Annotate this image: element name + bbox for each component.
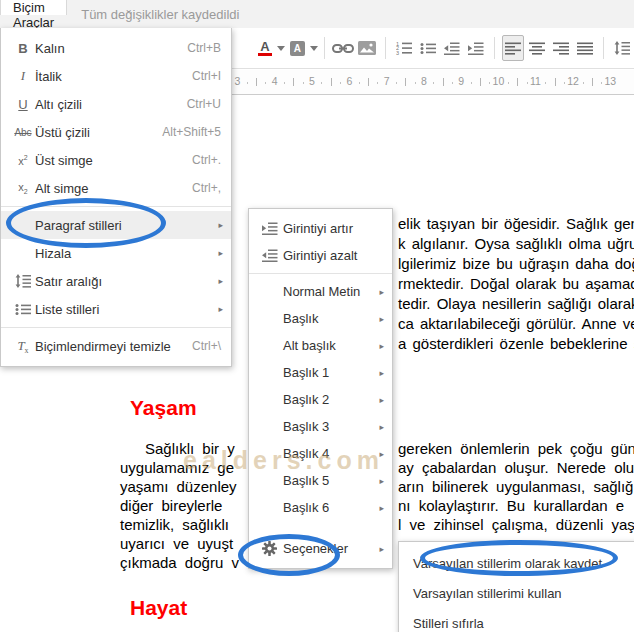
- ruler-tick: [555, 78, 556, 86]
- document-text-line: gereken önlemlerin pek çoğu gün: [398, 440, 634, 457]
- menu-item-shortcut: Ctrl+.: [192, 153, 221, 167]
- document-text-line: arın bilinerek uygulanması, sağlığı: [398, 478, 634, 495]
- menu-item-sat-r-aral[interactable]: Satır aralığı▸: [1, 267, 231, 295]
- ruler-tick: [564, 82, 565, 84]
- svg-text:3: 3: [396, 50, 399, 55]
- ruler-tick: [284, 82, 285, 84]
- menu-item-ba-l-k-3[interactable]: Başlık 3▸: [249, 413, 392, 440]
- menu-item-label: Başlık 5: [283, 473, 379, 488]
- menubar-item-bi-im[interactable]: Biçim: [0, 0, 67, 15]
- toolbar-separator: [603, 37, 604, 59]
- menu-item-shortcut: Ctrl+U: [187, 97, 221, 111]
- italic-icon: I: [11, 68, 35, 84]
- indent-increase-icon: [255, 222, 283, 235]
- highlight-color-icon[interactable]: A: [286, 35, 308, 61]
- document-text-line: elik taşıyan bir öğesidir. Sağlık gene: [398, 215, 634, 232]
- menu-item-label: Satır aralığı: [35, 274, 218, 289]
- submenu-arrow-icon: ▸: [379, 476, 384, 486]
- ruler-tick: [405, 78, 406, 86]
- menu-item-alt-simge[interactable]: x2Alt simgeCtrl+,: [1, 174, 231, 202]
- link-icon[interactable]: [332, 35, 354, 61]
- subscript-icon: x2: [11, 181, 35, 195]
- menu-item-shortcut: Alt+Shift+5: [162, 125, 221, 139]
- ruler-tick: [359, 82, 360, 84]
- menu-item-ba-l-k-1[interactable]: Başlık 1▸: [249, 359, 392, 386]
- ruler-tick: [545, 82, 546, 84]
- numbered-list-icon[interactable]: 123: [393, 35, 415, 61]
- menu-separator: [1, 327, 231, 328]
- ruler-number: 10: [493, 75, 505, 87]
- align-left-icon[interactable]: [502, 35, 524, 61]
- dropdown-arrow-icon[interactable]: [277, 46, 285, 51]
- text-color-icon[interactable]: A: [254, 35, 276, 61]
- indent-increase-icon[interactable]: [465, 35, 487, 61]
- menu-item-label: Girintiyi artır: [283, 221, 392, 236]
- menu-item-bi-imlendirmeyi-temizle[interactable]: TxBiçimlendirmeyi temizleCtrl+\: [1, 332, 231, 360]
- menu-item-st-simge[interactable]: x2Üst simgeCtrl+.: [1, 146, 231, 174]
- menu-item-alt-ba-l-k[interactable]: Alt başlık▸: [249, 332, 392, 359]
- menu-item-kal-n[interactable]: BKalınCtrl+B: [1, 34, 231, 62]
- document-text-line: yaşamı düzenley: [120, 478, 237, 495]
- document-text-line: a gösterdikleri özenle bebeklerine s: [398, 335, 634, 352]
- list-styles-icon: [11, 303, 35, 316]
- document-text-line: temizlik, sağlıklı: [120, 516, 229, 533]
- menu-separator: [249, 273, 392, 274]
- menu-item-label: Başlık 6: [283, 500, 379, 515]
- ruler-number: 6: [346, 75, 352, 87]
- menu-item-shortcut: Ctrl+B: [187, 41, 221, 55]
- annotation-ellipse-options: [238, 534, 340, 576]
- align-center-icon[interactable]: [526, 35, 548, 61]
- superscript-icon: x2: [11, 154, 35, 167]
- menu-item-alt-izili[interactable]: UAltı çiziliCtrl+U: [1, 90, 231, 118]
- ruler-tick: [256, 78, 257, 86]
- toolbar-separator: [494, 37, 495, 59]
- menu-gap: [249, 521, 392, 535]
- document-text-line: çıkmada doğru v: [120, 554, 239, 571]
- menu-item-st-izili[interactable]: AbcÜstü çiziliAlt+Shift+5: [1, 118, 231, 146]
- document-text-line: tedir. Olaya nesillerin sağlığı olarak: [398, 295, 634, 312]
- ruler-number: 4: [272, 75, 278, 87]
- bullet-list-icon[interactable]: [417, 35, 439, 61]
- menu-item-label: Varsayılan stillerimi kullan: [413, 586, 634, 601]
- menu-item-liste-stilleri[interactable]: Liste stilleri▸: [1, 295, 231, 323]
- menu-item-label: Başlık 1: [283, 365, 379, 380]
- menu-item-normal-metin[interactable]: Normal Metin▸: [249, 278, 392, 305]
- align-right-icon[interactable]: [550, 35, 572, 61]
- google-docs-window: elik taşıyan bir öğesidir. Sağlık genek …: [0, 0, 634, 632]
- toolbar-separator: [385, 37, 386, 59]
- document-text-line: diğer bireylerle: [120, 497, 222, 514]
- menu-item-ba-l-k-2[interactable]: Başlık 2▸: [249, 386, 392, 413]
- document-text-line: lgilerimiz bize bu uğraşın daha doğ: [398, 255, 634, 272]
- underline-icon: U: [11, 97, 35, 112]
- ruler-tick: [517, 78, 518, 86]
- ruler-tick: [583, 82, 584, 84]
- justify-icon[interactable]: [574, 35, 596, 61]
- line-spacing-toolbar-icon[interactable]: [611, 35, 633, 61]
- document-text-line: uyarıcı ve uyuşt: [120, 535, 233, 552]
- menu-item-varsay-lan-stillerimi-kullan[interactable]: Varsayılan stillerimi kullan: [399, 578, 634, 608]
- menu-item-label: Başlık 3: [283, 419, 379, 434]
- ruler-tick: [508, 82, 509, 84]
- indent-decrease-icon: [255, 249, 283, 262]
- ruler-tick: [368, 78, 369, 86]
- indent-decrease-icon[interactable]: [441, 35, 463, 61]
- menu-item-stilleri-s-f-rla[interactable]: Stilleri sıfırla: [399, 608, 634, 632]
- menubar: BiçimAraçlarTabloYardım Tüm değişiklikle…: [0, 0, 634, 28]
- menu-item-girintiyi-azalt[interactable]: Girintiyi azalt: [249, 242, 392, 269]
- ruler-tick: [443, 78, 444, 86]
- ruler-number: 13: [605, 75, 617, 87]
- menu-item-label: Girintiyi azalt: [283, 248, 392, 263]
- menu-item-i-talik[interactable]: IİtalikCtrl+I: [1, 62, 231, 90]
- document-heading-yasam: Yaşam: [130, 396, 197, 420]
- menu-item-label: Biçimlendirmeyi temizle: [35, 339, 192, 354]
- menu-item-ba-l-k-6[interactable]: Başlık 6▸: [249, 494, 392, 521]
- menu-item-girintiyi-art-r[interactable]: Girintiyi artır: [249, 215, 392, 242]
- image-icon[interactable]: [356, 35, 378, 61]
- menu-item-ba-l-k[interactable]: Başlık▸: [249, 305, 392, 332]
- menu-item-label: Normal Metin: [283, 284, 379, 299]
- submenu-arrow-icon: ▸: [218, 248, 223, 258]
- dropdown-arrow-icon[interactable]: [309, 46, 317, 51]
- submenu-arrow-icon: ▸: [218, 220, 223, 230]
- ruler-number: 11: [530, 75, 541, 87]
- ruler-tick: [340, 82, 341, 84]
